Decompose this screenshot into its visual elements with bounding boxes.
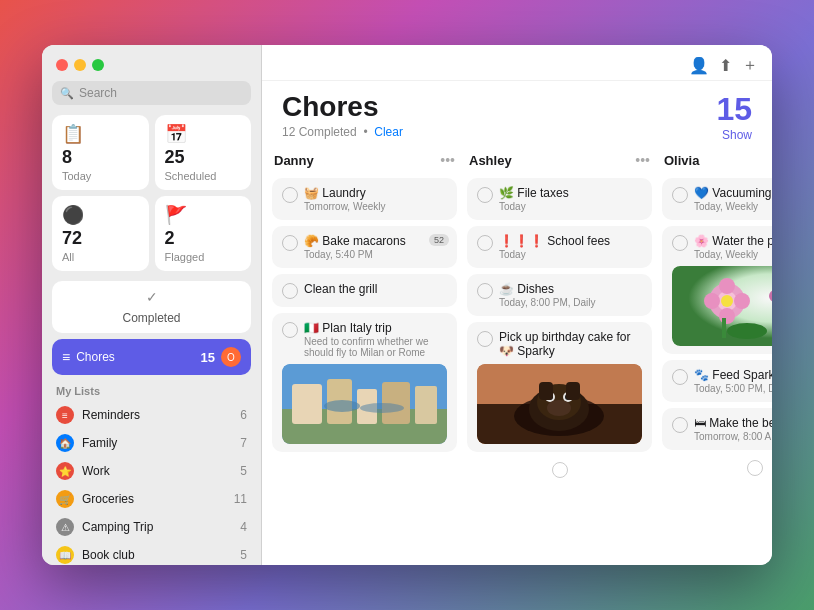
task-feed-sparky[interactable]: 🐾 Feed Sparky Today, 5:00 PM, Daily — [662, 360, 772, 402]
task-check-makebed[interactable] — [672, 417, 688, 433]
search-input[interactable]: Search — [79, 86, 117, 100]
svg-rect-6 — [415, 386, 437, 424]
maximize-button[interactable] — [92, 59, 104, 71]
my-lists-header: My Lists — [42, 381, 261, 401]
sidebar-item-family[interactable]: 🏠 Family 7 — [42, 429, 261, 457]
task-check-laundry[interactable] — [282, 187, 298, 203]
svg-point-7 — [324, 400, 360, 412]
all-icon: ⚫ — [62, 204, 139, 226]
task-check-vacuuming[interactable] — [672, 187, 688, 203]
svg-rect-5 — [382, 382, 410, 424]
task-subtitle-italy: Need to confirm whether we should fly to… — [304, 336, 447, 358]
clear-button[interactable]: Clear — [374, 125, 403, 139]
sidebar-item-work[interactable]: ⭐ Work 5 — [42, 457, 261, 485]
task-birthday-cake[interactable]: Pick up birthday cake for 🐶 Sparky — [467, 322, 652, 452]
sidebar-item-completed[interactable]: ✓ Completed — [52, 281, 251, 333]
column-ashley-name: Ashley — [469, 153, 512, 168]
svg-rect-2 — [292, 384, 322, 424]
minimize-button[interactable] — [74, 59, 86, 71]
toolbar: 👤 ⬆ ＋ — [262, 45, 772, 81]
sidebar-item-reminders[interactable]: ≡ Reminders 6 — [42, 401, 261, 429]
task-make-bed[interactable]: 🛏 Make the bed Tomorrow, 8:00 AM, Daily — [662, 408, 772, 450]
camping-count: 4 — [240, 520, 247, 534]
task-image-italy — [282, 364, 447, 444]
task-check-filetaxes[interactable] — [477, 187, 493, 203]
task-title-vacuuming: 💙 Vacuuming — [694, 186, 772, 200]
task-italy[interactable]: 🇮🇹 Plan Italy trip Need to confirm wheth… — [272, 313, 457, 452]
smart-list-flagged[interactable]: 🚩 2 Flagged — [155, 196, 252, 271]
add-button[interactable]: ＋ — [742, 55, 758, 76]
task-clean-grill[interactable]: Clean the grill — [272, 274, 457, 307]
task-water-plants[interactable]: 🌸 Water the plants Today, Weekly — [662, 226, 772, 354]
sidebar-item-chores[interactable]: ≡ Chores 15 O — [52, 339, 251, 375]
task-check-cake[interactable] — [477, 331, 493, 347]
task-check-bake[interactable] — [282, 235, 298, 251]
bookclub-count: 5 — [240, 548, 247, 562]
reminders-count: 6 — [240, 408, 247, 422]
task-check-feedsparky[interactable] — [672, 369, 688, 385]
work-count: 5 — [240, 464, 247, 478]
share-icon[interactable]: ⬆ — [719, 56, 732, 75]
task-check-waterplants[interactable] — [672, 235, 688, 251]
sidebar-item-groceries[interactable]: 🛒 Groceries 11 — [42, 485, 261, 513]
task-check-italy[interactable] — [282, 322, 298, 338]
kanban-board: Danny ••• 🧺 Laundry Tomorrow, Weekly — [262, 148, 772, 565]
task-check-clean[interactable] — [282, 283, 298, 299]
svg-rect-37 — [722, 318, 726, 338]
scroll-indicator-ashley — [552, 462, 568, 478]
svg-point-18 — [547, 400, 571, 416]
smart-list-today[interactable]: 📋 8 Today — [52, 115, 149, 190]
task-title-filetaxes: 🌿 File taxes — [499, 186, 642, 200]
svg-point-8 — [360, 403, 404, 413]
column-olivia: Olivia ••• 💙 Vacuuming Today, Weekly — [662, 148, 772, 555]
smart-list-scheduled[interactable]: 📅 25 Scheduled — [155, 115, 252, 190]
task-title-dishes: ☕ Dishes — [499, 282, 642, 296]
task-title-waterplants: 🌸 Water the plants — [694, 234, 772, 248]
work-dot: ⭐ — [56, 462, 74, 480]
work-name: Work — [82, 464, 110, 478]
search-icon: 🔍 — [60, 87, 74, 100]
task-title-italy: 🇮🇹 Plan Italy trip — [304, 321, 447, 335]
all-count: 72 — [62, 228, 139, 249]
close-button[interactable] — [56, 59, 68, 71]
sidebar-item-camping[interactable]: ⚠ Camping Trip 4 — [42, 513, 261, 541]
task-title-cake: Pick up birthday cake for 🐶 Sparky — [499, 330, 642, 358]
smart-list-all[interactable]: ⚫ 72 All — [52, 196, 149, 271]
svg-point-29 — [721, 295, 733, 307]
task-badge-bake: 52 — [429, 234, 449, 246]
scroll-indicator-olivia — [747, 460, 763, 476]
task-vacuuming[interactable]: 💙 Vacuuming Today, Weekly — [662, 178, 772, 220]
task-subtitle-filetaxes: Today — [499, 201, 642, 212]
groceries-dot: 🛒 — [56, 490, 74, 508]
task-school-fees[interactable]: ❗❗❗ School fees Today — [467, 226, 652, 268]
task-subtitle-feedsparky: Today, 5:00 PM, Daily — [694, 383, 772, 394]
scheduled-icon: 📅 — [165, 123, 242, 145]
task-laundry[interactable]: 🧺 Laundry Tomorrow, Weekly — [272, 178, 457, 220]
task-subtitle-vacuuming: Today, Weekly — [694, 201, 772, 212]
task-file-taxes[interactable]: 🌿 File taxes Today — [467, 178, 652, 220]
sidebar-item-bookclub[interactable]: 📖 Book club 5 — [42, 541, 261, 565]
all-label: All — [62, 251, 139, 263]
task-dishes[interactable]: ☕ Dishes Today, 8:00 PM, Daily — [467, 274, 652, 316]
column-danny-menu[interactable]: ••• — [440, 152, 455, 168]
family-count: 7 — [240, 436, 247, 450]
family-name: Family — [82, 436, 117, 450]
svg-rect-19 — [539, 382, 553, 400]
task-title-laundry: 🧺 Laundry — [304, 186, 447, 200]
svg-rect-20 — [566, 382, 580, 400]
task-bake[interactable]: 🥐 Bake macarons Today, 5:40 PM 52 — [272, 226, 457, 268]
reminders-name: Reminders — [82, 408, 140, 422]
flagged-count: 2 — [165, 228, 242, 249]
share-profile-icon[interactable]: 👤 — [689, 56, 709, 75]
chores-label: Chores — [76, 350, 194, 364]
task-check-dishes[interactable] — [477, 283, 493, 299]
task-check-schoolfees[interactable] — [477, 235, 493, 251]
show-button[interactable]: Show — [716, 128, 752, 142]
header-meta: 12 Completed • Clear — [282, 125, 403, 139]
column-ashley-menu[interactable]: ••• — [635, 152, 650, 168]
groceries-count: 11 — [234, 492, 247, 506]
task-subtitle-makebed: Tomorrow, 8:00 AM, Daily — [694, 431, 772, 442]
task-title-feedsparky: 🐾 Feed Sparky — [694, 368, 772, 382]
family-dot: 🏠 — [56, 434, 74, 452]
search-bar[interactable]: 🔍 Search — [52, 81, 251, 105]
